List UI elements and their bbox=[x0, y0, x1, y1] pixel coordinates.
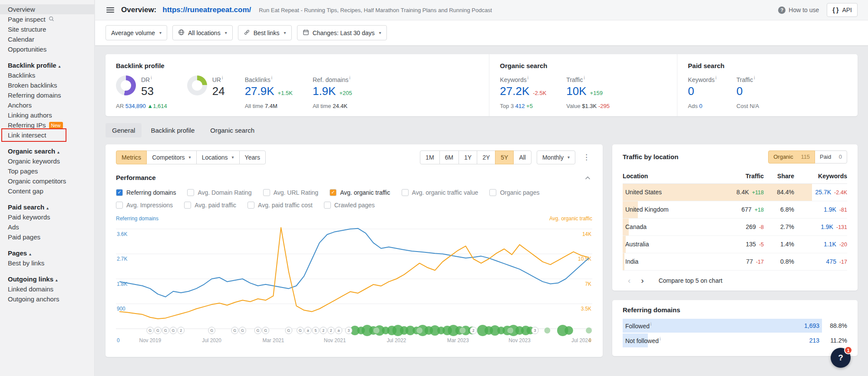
checkbox-avg-organic-traffic[interactable]: ✓Avg. organic traffic bbox=[330, 189, 390, 196]
toggle-paid[interactable]: Paid 0 bbox=[815, 150, 847, 163]
sidebar-item-site-structure[interactable]: Site structure bbox=[0, 24, 94, 34]
update-marker-label: 2 bbox=[472, 328, 475, 333]
prev-page-icon[interactable]: ‹ bbox=[623, 276, 636, 285]
ar-value[interactable]: 534,890 bbox=[125, 103, 146, 109]
update-marker-light[interactable] bbox=[586, 327, 592, 333]
sidebar-section-paid-search[interactable]: Paid search▴ bbox=[0, 202, 94, 212]
how-to-use-link[interactable]: ? How to use bbox=[778, 7, 819, 14]
paid-traffic-value[interactable]: 0 bbox=[736, 85, 743, 98]
collapse-section-icon[interactable] bbox=[583, 172, 592, 183]
sidebar-section-outgoing-links[interactable]: Outgoing links▴ bbox=[0, 274, 94, 284]
keywords-value[interactable]: 1.9K bbox=[821, 223, 833, 230]
sidebar-item-referring-domains[interactable]: Referring domains bbox=[0, 90, 94, 100]
hamburger-menu-icon[interactable] bbox=[106, 6, 115, 14]
sidebar-item-best-by-links[interactable]: Best by links bbox=[0, 258, 94, 268]
checkbox-organic-pages[interactable]: Organic pages bbox=[489, 189, 539, 196]
more-options-icon[interactable]: ⋮ bbox=[581, 153, 592, 162]
keywords-value[interactable]: 1.1K bbox=[824, 241, 836, 248]
update-marker-light[interactable] bbox=[544, 327, 550, 333]
keywords-value[interactable]: 475 bbox=[826, 258, 836, 265]
sidebar-item-linking-authors[interactable]: Linking authors bbox=[0, 110, 94, 120]
checkbox-avg-url-rating[interactable]: Avg. URL Rating bbox=[263, 189, 319, 196]
checkbox-avg-paid-traffic[interactable]: Avg. paid traffic bbox=[184, 202, 236, 209]
filter-best-links[interactable]: Best links▾ bbox=[238, 25, 292, 40]
sidebar-item-overview[interactable]: Overview bbox=[0, 4, 94, 14]
checkbox-avg-domain-rating[interactable]: Avg. Domain Rating bbox=[187, 189, 251, 196]
checkbox-avg-paid-traffic-cost[interactable]: Avg. paid traffic cost bbox=[248, 202, 313, 209]
location-row-united-states[interactable]: United States8.4K+11884.4%25.7K-2.4K bbox=[623, 184, 847, 201]
help-fab-button[interactable]: ? 1 bbox=[831, 348, 851, 368]
filter-all-locations[interactable]: All locations▾ bbox=[172, 25, 233, 40]
tab-general[interactable]: General bbox=[106, 123, 142, 137]
tab-organic-search[interactable]: Organic search bbox=[204, 123, 261, 137]
filter-changes-last-30-days[interactable]: Changes: Last 30 days▾ bbox=[297, 25, 387, 40]
checkbox-avg-impressions[interactable]: Avg. Impressions bbox=[116, 202, 173, 209]
checkbox-avg-organic-traffic-value[interactable]: Avg. organic traffic value bbox=[402, 189, 479, 196]
location-row-india[interactable]: India77-170.8%475-17 bbox=[623, 253, 847, 271]
sidebar-item-referring-ips[interactable]: Referring IPsNew bbox=[0, 120, 94, 130]
checkbox-crawled-pages[interactable]: Crawled pages bbox=[324, 202, 375, 209]
sidebar-item-ads[interactable]: Ads bbox=[0, 222, 94, 232]
location-row-united-kingdom[interactable]: United Kingdom677+186.8%1.9K-81 bbox=[623, 201, 847, 219]
update-marker-label: 2 bbox=[330, 328, 332, 333]
chart-legend: Referring domains Avg. organic traffic bbox=[116, 216, 592, 222]
toolbar-metrics-button[interactable]: Metrics bbox=[116, 150, 147, 164]
location-row-canada[interactable]: Canada269-82.7%1.9K-131 bbox=[623, 219, 847, 236]
keywords-value[interactable]: 1.9K bbox=[824, 206, 836, 213]
sidebar-item-outgoing-anchors[interactable]: Outgoing anchors bbox=[0, 294, 94, 304]
update-marker-light[interactable] bbox=[507, 327, 513, 333]
ref-domains-row-followed[interactable]: Followedi1,69388.8% bbox=[623, 319, 847, 333]
toggle-organic[interactable]: Organic 115 bbox=[768, 150, 815, 163]
organic-traffic-value[interactable]: 10K bbox=[566, 85, 586, 98]
api-button[interactable]: { } API bbox=[827, 3, 858, 17]
sidebar-item-content-gap[interactable]: Content gap bbox=[0, 186, 94, 196]
location-row-australia[interactable]: Australia135-51.4%1.1K-20 bbox=[623, 236, 847, 253]
sidebar-item-calendar[interactable]: Calendar bbox=[0, 34, 94, 44]
sidebar-section-organic-search[interactable]: Organic search▴ bbox=[0, 146, 94, 156]
sidebar-item-opportunities[interactable]: Opportunities bbox=[0, 44, 94, 54]
sidebar-item-backlinks[interactable]: Backlinks bbox=[0, 70, 94, 80]
period-5y[interactable]: 5Y bbox=[495, 150, 514, 164]
period-2y[interactable]: 2Y bbox=[477, 150, 495, 164]
sidebar-item-linked-domains[interactable]: Linked domains bbox=[0, 284, 94, 294]
toolbar-competitors-button[interactable]: Competitors▾ bbox=[146, 150, 197, 164]
next-page-icon[interactable]: › bbox=[636, 276, 649, 285]
target-url-link[interactable]: https://runeatrepeat.com/ bbox=[162, 6, 251, 14]
update-marker-light[interactable] bbox=[416, 327, 422, 333]
toolbar-locations-button[interactable]: Locations▾ bbox=[196, 150, 240, 164]
toolbar-years-button[interactable]: Years bbox=[239, 150, 266, 164]
backlinks-value[interactable]: 27.9K bbox=[245, 85, 274, 98]
performance-chart[interactable]: 3.6K2.7K1.8K900014K10.5K7K3.5K0Nov 2019J… bbox=[116, 222, 592, 347]
sidebar-item-top-pages[interactable]: Top pages bbox=[0, 166, 94, 176]
paid-cost-line: Cost N/A bbox=[736, 103, 759, 109]
sidebar-item-organic-keywords[interactable]: Organic keywords bbox=[0, 156, 94, 166]
update-marker-light[interactable] bbox=[460, 327, 466, 333]
ref-domains-value[interactable]: 1.9K bbox=[313, 85, 336, 98]
sidebar-item-paid-pages[interactable]: Paid pages bbox=[0, 232, 94, 242]
sidebar-item-paid-keywords[interactable]: Paid keywords bbox=[0, 212, 94, 222]
sidebar-item-broken-backlinks[interactable]: Broken backlinks bbox=[0, 80, 94, 90]
keywords-value[interactable]: 25.7K bbox=[815, 189, 832, 196]
tab-backlink-profile[interactable]: Backlink profile bbox=[144, 123, 201, 137]
sidebar-section-pages[interactable]: Pages▴ bbox=[0, 248, 94, 258]
checkbox-referring-domains[interactable]: ✓Referring domains bbox=[116, 189, 176, 196]
sidebar-item-anchors[interactable]: Anchors bbox=[0, 100, 94, 110]
paid-keywords-value[interactable]: 0 bbox=[688, 85, 694, 98]
period-1y[interactable]: 1Y bbox=[459, 150, 477, 164]
organic-keywords-value[interactable]: 27.2K bbox=[500, 85, 529, 98]
period-1m[interactable]: 1M bbox=[420, 150, 439, 164]
granularity-dropdown[interactable]: Monthly ▾ bbox=[537, 150, 575, 164]
update-marker-light[interactable] bbox=[373, 327, 380, 333]
ref-domains-row-not-followed[interactable]: Not followedi21311.2% bbox=[623, 333, 847, 347]
filter-average-volume[interactable]: Average volume▾ bbox=[106, 25, 167, 40]
sidebar-item-page-inspect[interactable]: Page inspect bbox=[0, 14, 94, 24]
ref-domains-value[interactable]: 1,693 bbox=[779, 322, 819, 329]
compare-top5-link[interactable]: Compare top 5 on chart bbox=[659, 277, 723, 284]
ref-domains-value[interactable]: 213 bbox=[779, 337, 819, 344]
sidebar-item-link-intersect[interactable]: Link intersect bbox=[0, 130, 94, 140]
period-all[interactable]: All bbox=[513, 150, 531, 164]
google-update-marker[interactable] bbox=[564, 326, 573, 335]
sidebar-section-backlink-profile[interactable]: Backlink profile▴ bbox=[0, 60, 94, 70]
period-6m[interactable]: 6M bbox=[439, 150, 459, 164]
sidebar-item-organic-competitors[interactable]: Organic competitors bbox=[0, 176, 94, 186]
